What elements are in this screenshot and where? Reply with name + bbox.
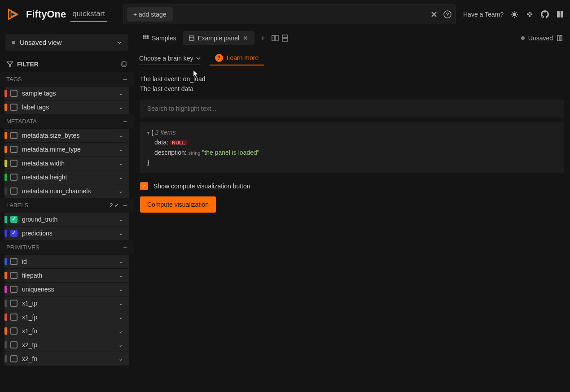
filter-item[interactable]: metadata.num_channels⌄ (4, 184, 129, 198)
chevron-down-icon[interactable]: ⌄ (117, 342, 125, 348)
svg-rect-30 (560, 35, 562, 41)
help-icon[interactable]: ? (443, 10, 452, 19)
unsaved-badge[interactable]: Unsaved (521, 35, 563, 42)
filter-list[interactable]: TAGS−sample tags⌄label tags⌄METADATA−met… (0, 72, 134, 392)
filter-checkbox[interactable] (10, 314, 18, 321)
chevron-down-icon[interactable]: ⌄ (117, 188, 125, 194)
tab-samples[interactable]: Samples (137, 31, 181, 45)
view-selector[interactable]: Unsaved view (5, 34, 128, 51)
gear-icon[interactable] (120, 61, 127, 68)
filter-item[interactable]: label tags⌄ (4, 100, 129, 114)
svg-line-8 (516, 16, 517, 17)
split-horizontal-icon[interactable] (271, 34, 279, 42)
filter-item[interactable]: metadata.mime_type⌄ (4, 143, 129, 156)
slack-icon[interactable] (525, 10, 534, 19)
chevron-down-icon[interactable]: ⌄ (117, 160, 125, 166)
svg-point-2 (513, 13, 516, 16)
filter-item[interactable]: id⌄ (4, 255, 129, 268)
chevron-down-icon[interactable]: ⌄ (117, 146, 125, 152)
filter-item-label: x1_fn (22, 327, 117, 335)
tab-example-panel[interactable]: Example panel ✕ (183, 31, 254, 45)
filter-item[interactable]: ground_truth⌄ (4, 213, 129, 226)
svg-rect-12 (531, 13, 532, 15)
json-collapse-icon[interactable]: ▾ (147, 130, 149, 137)
chevron-down-icon[interactable]: ⌄ (117, 230, 125, 236)
close-icon[interactable] (430, 10, 438, 19)
filter-checkbox[interactable] (10, 174, 18, 181)
chevron-down-icon[interactable]: ⌄ (117, 328, 125, 334)
filter-checkbox[interactable] (10, 216, 18, 223)
add-stage-button[interactable]: + add stage (127, 7, 173, 22)
group-header-metadata[interactable]: METADATA− (0, 114, 134, 128)
filter-checkbox[interactable] (10, 355, 18, 362)
chevron-down-icon[interactable]: ⌄ (117, 314, 125, 320)
filter-checkbox[interactable] (10, 160, 18, 167)
filter-item[interactable]: sample tags⌄ (4, 87, 129, 100)
filter-item-label: id (22, 258, 117, 265)
chevron-down-icon[interactable]: ⌄ (117, 272, 125, 279)
json-viewer[interactable]: ▾{ 2 Items data: NULL description: strin… (140, 122, 564, 173)
filter-checkbox[interactable] (10, 327, 18, 335)
stage-bar: + add stage ? (123, 4, 456, 24)
filter-item[interactable]: x1_fn⌄ (4, 324, 129, 338)
filter-item[interactable]: x2_tp⌄ (4, 338, 129, 352)
show-viz-checkbox[interactable]: ✓ (140, 182, 148, 190)
github-icon[interactable] (540, 10, 549, 19)
filter-item[interactable]: x1_fp⌄ (4, 310, 129, 324)
chevron-down-icon[interactable]: ⌄ (117, 104, 125, 110)
view-status-dot (12, 41, 15, 44)
dataset-name[interactable]: quickstart (70, 7, 107, 22)
filter-item[interactable]: metadata.width⌄ (4, 157, 129, 170)
filter-checkbox[interactable] (10, 132, 18, 139)
filter-item[interactable]: x2_fn⌄ (4, 352, 129, 366)
filter-checkbox[interactable] (10, 258, 18, 265)
chevron-down-icon[interactable]: ⌄ (117, 132, 125, 139)
svg-rect-25 (272, 35, 275, 41)
add-tab-button[interactable]: + (256, 31, 269, 45)
filter-checkbox[interactable] (10, 272, 18, 279)
compute-visualization-button[interactable]: Compute visualization (140, 196, 216, 213)
group-header-primitives[interactable]: PRIMITIVES− (0, 240, 134, 254)
filter-checkbox[interactable] (10, 230, 18, 237)
search-highlight-input[interactable] (140, 100, 564, 118)
filter-item[interactable]: predictions⌄ (4, 226, 129, 240)
filter-item[interactable]: uniqueness⌄ (4, 283, 129, 296)
filter-checkbox[interactable] (10, 341, 18, 348)
docs-icon[interactable] (556, 10, 565, 19)
brain-key-dropdown[interactable]: Choose a brain key (139, 52, 201, 65)
unsaved-dot (521, 36, 525, 40)
last-event-value: on_load (183, 75, 206, 83)
bookmark-icon[interactable] (557, 35, 563, 41)
filter-item-label: ground_truth (22, 216, 117, 223)
group-header-labels[interactable]: LABELS2✓− (0, 198, 134, 212)
chevron-down-icon[interactable]: ⌄ (117, 356, 125, 362)
filter-checkbox[interactable] (10, 286, 18, 293)
svg-rect-11 (527, 13, 529, 15)
chevron-down-icon (196, 56, 201, 61)
filter-item[interactable]: metadata.size_bytes⌄ (4, 129, 129, 142)
svg-rect-17 (143, 35, 145, 37)
chevron-down-icon[interactable]: ⌄ (117, 90, 125, 96)
filter-item[interactable]: metadata.height⌄ (4, 170, 129, 184)
filter-checkbox[interactable] (10, 90, 18, 97)
split-vertical-icon[interactable] (281, 34, 289, 42)
group-header-tags[interactable]: TAGS− (0, 72, 134, 86)
filter-checkbox[interactable] (10, 104, 18, 111)
filter-item[interactable]: x1_tp⌄ (4, 296, 129, 310)
learn-more-link[interactable]: ? Learn more (210, 51, 264, 65)
team-prompt[interactable]: Have a Team? (463, 11, 504, 18)
svg-rect-21 (145, 38, 147, 39)
filter-checkbox[interactable] (10, 300, 18, 307)
filter-checkbox[interactable] (10, 187, 18, 195)
filter-item[interactable]: filepath⌄ (4, 269, 129, 282)
tab-samples-label: Samples (152, 35, 176, 42)
tab-close-icon[interactable]: ✕ (242, 35, 249, 42)
theme-icon[interactable] (510, 10, 519, 19)
chevron-down-icon[interactable]: ⌄ (117, 300, 125, 306)
filter-checkbox[interactable] (10, 146, 18, 153)
view-label: Unsaved view (20, 39, 112, 46)
chevron-down-icon[interactable]: ⌄ (117, 258, 125, 265)
chevron-down-icon[interactable]: ⌄ (117, 286, 125, 292)
chevron-down-icon[interactable]: ⌄ (117, 174, 125, 180)
chevron-down-icon[interactable]: ⌄ (117, 216, 125, 222)
